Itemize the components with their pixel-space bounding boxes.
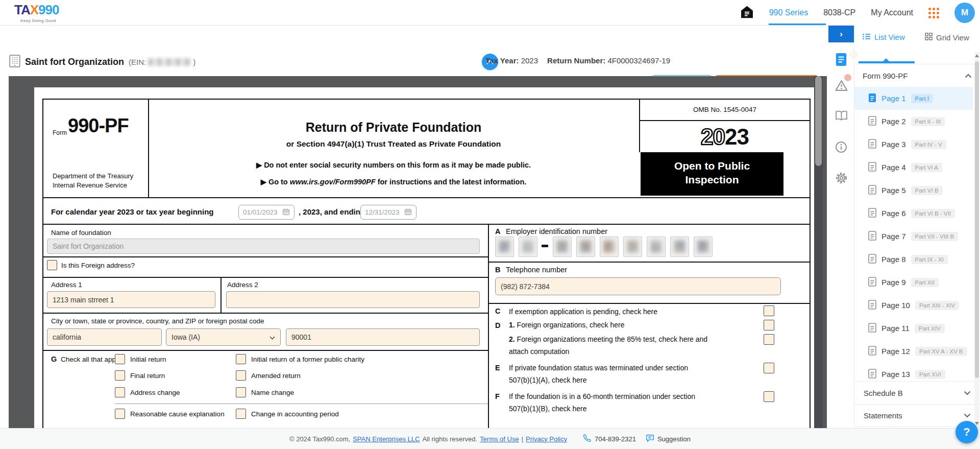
- scroll-up-arrow[interactable]: [975, 54, 979, 57]
- address1-input[interactable]: 1213 main strreet 1: [47, 291, 215, 308]
- sidebar-item-page-7[interactable]: Page 7Part VII - VIII B: [854, 225, 973, 248]
- tax990-logo[interactable]: TAX990: [14, 3, 59, 16]
- final-return-label: Final return: [130, 372, 165, 380]
- status-terminated-checkbox[interactable]: [764, 363, 774, 373]
- sidebar-item-page-12[interactable]: Page 12Part XV A - XV B: [854, 340, 973, 363]
- page-icon: [868, 208, 876, 219]
- initial-return-former-checkbox[interactable]: [236, 354, 246, 364]
- address-change-label: Address change: [130, 389, 180, 396]
- nav-my-account[interactable]: My Account: [871, 8, 913, 17]
- sidebar-item-schedule-b[interactable]: Schedule B: [854, 381, 980, 404]
- address2-input[interactable]: [226, 291, 480, 308]
- top-nav: 990 Series 8038-CP My Account M: [740, 0, 975, 26]
- page-icon: [868, 139, 876, 150]
- line-f-text: If the foundation is in a 60-month termi…: [509, 390, 713, 415]
- foreign-org-85-test-checkbox[interactable]: [764, 334, 774, 345]
- tax-year-end-datepicker[interactable]: 12/31/2023: [360, 205, 416, 220]
- scroll-down-arrow[interactable]: [975, 422, 979, 425]
- sidebar-item-page-10[interactable]: Page 10Part XIII - XIV: [854, 294, 973, 317]
- page-icon: [868, 323, 876, 334]
- building-icon: [9, 55, 20, 69]
- avatar[interactable]: M: [954, 3, 975, 23]
- sidebar-scrollbar[interactable]: [974, 52, 979, 427]
- ein-digit-input[interactable]: [553, 237, 572, 257]
- tab-list-view[interactable]: List View: [863, 33, 905, 41]
- book-icon[interactable]: [828, 110, 854, 121]
- ein-digit-input[interactable]: [670, 237, 689, 257]
- active-tab-indicator: [859, 61, 915, 63]
- privacy-policy-link[interactable]: Privacy Policy: [526, 435, 567, 443]
- gear-icon[interactable]: [828, 172, 854, 184]
- ein-redacted: [148, 58, 191, 66]
- grid-view-icon: [925, 33, 933, 42]
- warning-triangle-icon[interactable]: [828, 80, 854, 91]
- line-g-label: Check all that apply:: [61, 356, 123, 363]
- telephone-input[interactable]: (982) 872-7384: [495, 277, 781, 295]
- form-scrollbar[interactable]: [814, 76, 823, 428]
- final-return-checkbox[interactable]: [115, 370, 125, 381]
- sidebar-item-page-9[interactable]: Page 9Part XII: [854, 271, 973, 294]
- form-scrollbar-thumb[interactable]: [815, 76, 822, 166]
- help-button[interactable]: ?: [955, 421, 978, 443]
- ein-digit-input[interactable]: [519, 237, 537, 257]
- foundation-name-input[interactable]: Saint fort Organization: [47, 239, 480, 254]
- calendar-year-text: For calendar year 2023 or tax year begin…: [51, 207, 213, 216]
- ein-digit-input[interactable]: [647, 237, 666, 257]
- foreign-org-checkbox[interactable]: [764, 320, 774, 330]
- initial-return-checkbox[interactable]: [115, 354, 125, 364]
- info-icon[interactable]: [828, 141, 854, 153]
- address-change-checkbox[interactable]: [115, 387, 125, 397]
- nav-8038-cp[interactable]: 8038-CP: [823, 8, 855, 17]
- calendar-year-text2: , 2023, and ending: [299, 207, 365, 216]
- sidebar-item-page-1[interactable]: Page 1Part I: [854, 87, 973, 110]
- zip-input[interactable]: 90001: [286, 328, 480, 346]
- sidebar-scrollbar-thumb[interactable]: [975, 61, 979, 378]
- exemption-pending-checkbox[interactable]: [764, 305, 774, 316]
- sixty-month-termination-checkbox[interactable]: [764, 391, 774, 402]
- support-phone[interactable]: 704-839-2321: [583, 434, 636, 444]
- organization-name: Saint fort Organization: [25, 57, 124, 67]
- calendar-icon: [404, 208, 412, 217]
- form-page: Form 990-PF Department of the Treasury I…: [34, 87, 817, 428]
- ein-digit-input[interactable]: [600, 237, 619, 257]
- suggestion-button[interactable]: Suggestion: [646, 434, 691, 443]
- ein-digit-input[interactable]: [694, 237, 713, 257]
- part-badge: Part VI A: [911, 163, 942, 172]
- reasonable-cause-checkbox[interactable]: [115, 409, 125, 419]
- sidebar-item-page-3[interactable]: Page 3Part IV - V: [854, 133, 973, 156]
- part-badge: Part VI B: [911, 186, 943, 195]
- part-badge: Part I: [911, 94, 933, 103]
- apps-grid-icon[interactable]: [928, 8, 939, 18]
- city-input[interactable]: california: [47, 328, 162, 346]
- form-990pf-page1: Form 990-PF Department of the Treasury I…: [42, 99, 811, 428]
- sidebar-item-page-2[interactable]: Page 2Part II - III: [854, 110, 973, 133]
- home-icon[interactable]: [740, 5, 754, 21]
- state-select[interactable]: Iowa (IA): [166, 328, 281, 346]
- sidebar-item-page-6[interactable]: Page 6Part VI B - VII: [854, 202, 973, 225]
- phone-section-label: Telephone number: [506, 266, 567, 274]
- ein-digit-input[interactable]: [623, 237, 642, 257]
- expand-panel-button[interactable]: ›: [828, 26, 854, 42]
- nav-990-series[interactable]: 990 Series: [769, 8, 808, 17]
- sidebar-item-page-8[interactable]: Page 8Part IX - XI: [854, 248, 973, 271]
- amended-return-checkbox[interactable]: [236, 370, 246, 381]
- span-enterprises-link[interactable]: SPAN Enterprises LLC: [353, 435, 420, 443]
- ein-digit-input[interactable]: [576, 237, 595, 257]
- part-badge: Part II - III: [911, 117, 945, 126]
- ein-digit-input[interactable]: [495, 237, 514, 257]
- name-change-checkbox[interactable]: [236, 387, 246, 397]
- reasonable-cause-label: Reasonable cause explanation: [130, 410, 225, 418]
- tax-year-begin-datepicker[interactable]: 01/01/2023: [238, 205, 295, 220]
- form-990pf-section-header[interactable]: Form 990-PF: [854, 64, 980, 87]
- form-word: Form: [53, 129, 67, 136]
- accounting-period-checkbox[interactable]: [236, 409, 246, 419]
- chevron-up-icon: [965, 74, 972, 78]
- sidebar-item-page-5[interactable]: Page 5Part VI B: [854, 179, 973, 202]
- tab-grid-view[interactable]: Grid View: [925, 33, 969, 42]
- line-c-text: If exemption application is pending, che…: [509, 305, 749, 318]
- return-number: Return Number: 4F0000324697-19: [547, 56, 670, 65]
- terms-of-use-link[interactable]: Terms of Use: [480, 435, 519, 443]
- foreign-address-checkbox[interactable]: [47, 260, 57, 270]
- sidebar-item-page-11[interactable]: Page 11Part XIV: [854, 317, 973, 340]
- sidebar-item-page-4[interactable]: Page 4Part VI A: [854, 156, 973, 179]
